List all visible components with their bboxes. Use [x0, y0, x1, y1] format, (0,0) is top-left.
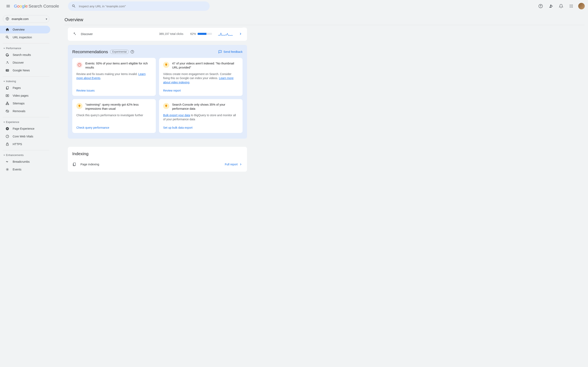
search-bar[interactable]	[68, 1, 210, 11]
recommendation-link[interactable]: Learn more about Events	[76, 72, 146, 80]
sidebar-item-removals[interactable]: Removals	[0, 107, 50, 115]
chevron-right-icon	[239, 162, 242, 166]
notifications-button[interactable]	[557, 2, 566, 11]
sidebar-item-label: Core Web Vitals	[13, 135, 33, 138]
sidebar-item-breadcrumbs[interactable]: Breadcrumbs	[0, 158, 50, 166]
sidebar-item-page-experience[interactable]: Page Experience	[0, 125, 50, 133]
recommendation-body: Bulk export your data to BigQuery to sto…	[163, 113, 238, 122]
experimental-badge: Experimental	[110, 50, 129, 54]
triangle-down-icon: ▾	[4, 121, 5, 123]
recommendation-link[interactable]: Bulk export your data	[163, 114, 190, 117]
recommendation-body: Check this query's performance to invest…	[76, 113, 152, 117]
sidebar-group-experience[interactable]: ▾Experience	[0, 119, 52, 125]
bell-icon	[559, 4, 563, 8]
svg-point-8	[570, 7, 571, 8]
sidebar-separator	[3, 43, 49, 43]
recommendations-title: Recommendations	[72, 49, 108, 54]
group-label: Enhancements	[6, 154, 24, 157]
sidebar-item-label: URL inspection	[13, 36, 32, 39]
apps-grid-icon	[569, 4, 573, 8]
svg-point-7	[572, 6, 573, 6]
full-report-label: Full report	[225, 163, 238, 166]
sidebar-item-label: Removals	[13, 109, 25, 113]
page-title: Overview	[65, 12, 585, 25]
sidebar-item-https[interactable]: HTTPS	[0, 140, 50, 148]
help-button[interactable]	[536, 2, 545, 11]
page-indexing-label: Page indexing	[80, 163, 99, 166]
sidebar-item-overview[interactable]: Overview	[0, 26, 50, 33]
svg-point-6	[571, 6, 571, 6]
feedback-label: Send feedback	[224, 50, 242, 53]
sidebar-item-label: Search results	[13, 53, 31, 57]
person-add-icon	[549, 4, 553, 8]
sidebar-separator	[3, 117, 49, 117]
svg-point-4	[572, 5, 573, 5]
full-report-link[interactable]: Full report	[225, 162, 242, 166]
apps-button[interactable]	[567, 2, 576, 11]
svg-point-10	[572, 7, 573, 8]
sidebar-item-video-pages[interactable]: Video pages	[0, 92, 50, 100]
recommendation-card[interactable]: Search Console only shows 35% of your pe…	[159, 99, 242, 133]
recommendation-action[interactable]: Check query performance	[76, 122, 152, 129]
recommendation-action[interactable]: Review report	[163, 84, 238, 92]
help-icon	[538, 4, 543, 8]
recommendations-grid: Events: 93% of your items aren't eligibl…	[72, 58, 242, 133]
sidebar-item-label: Video pages	[13, 94, 29, 97]
sitemap-icon	[5, 101, 10, 105]
sidebar-group-enhancements[interactable]: ▾Enhancements	[0, 152, 52, 158]
recommendation-body: Review and fix issues making your items …	[76, 72, 152, 80]
recommendation-card[interactable]: 47 of your videos aren't indexed: "No th…	[159, 58, 242, 96]
discover-row[interactable]: Discover 389,197 total clicks 62%	[68, 28, 247, 41]
sidebar-item-sitemaps[interactable]: Sitemaps	[0, 100, 50, 107]
discover-icon	[5, 61, 10, 64]
recommendation-action[interactable]: Set up bulk data export	[163, 122, 238, 129]
recommendation-action[interactable]: Review issues	[76, 84, 152, 92]
product-name: Search Console	[29, 4, 59, 8]
news-icon	[5, 68, 10, 72]
recommendation-card[interactable]: "swimming": query recently got 42% less …	[72, 99, 156, 133]
sidebar-group-indexing[interactable]: ▾Indexing	[0, 78, 52, 84]
menu-button[interactable]	[3, 1, 13, 11]
sidebar-item-discover[interactable]: Discover	[0, 59, 50, 67]
recommendations-header: Recommendations Experimental Send feedba…	[72, 49, 242, 54]
help-icon[interactable]	[130, 50, 134, 54]
breadcrumbs-icon	[5, 160, 10, 164]
plus-circle-icon	[5, 127, 10, 131]
sidebar-item-label: Google News	[13, 69, 30, 72]
header-actions	[536, 2, 585, 11]
google-logo-text: Google	[14, 4, 28, 8]
sidebar-separator	[3, 76, 49, 76]
page-indexing-row: Page indexing Full report	[72, 161, 242, 168]
search-input[interactable]	[79, 4, 206, 8]
group-label: Experience	[6, 120, 19, 124]
svg-rect-14	[7, 102, 8, 103]
sidebar-item-events[interactable]: Events	[0, 166, 50, 173]
chevron-right-icon	[238, 32, 242, 36]
property-name: example.com	[12, 17, 29, 21]
recommendation-title: Events: 93% of your items aren't eligibl…	[85, 62, 152, 69]
removals-icon	[5, 109, 10, 113]
svg-rect-16	[8, 104, 9, 105]
recommendation-card[interactable]: Events: 93% of your items aren't eligibl…	[72, 58, 156, 96]
indexing-title: Indexing	[72, 151, 242, 156]
send-feedback-link[interactable]: Send feedback	[218, 50, 242, 54]
sidebar-item-pages[interactable]: Pages	[0, 84, 50, 92]
sidebar-item-url-inspection[interactable]: URL inspection	[0, 33, 50, 41]
lightbulb-icon	[76, 103, 82, 109]
svg-point-20	[7, 169, 8, 170]
lightbulb-icon	[163, 62, 169, 68]
sidebar-group-performance[interactable]: ▾Performance	[0, 45, 52, 51]
people-button[interactable]	[546, 2, 555, 11]
events-icon	[5, 167, 10, 171]
account-avatar[interactable]	[578, 3, 585, 9]
sidebar-item-google-news[interactable]: Google News	[0, 67, 50, 74]
recommendation-title: "swimming": query recently got 42% less …	[85, 103, 152, 111]
sidebar-item-search-results[interactable]: Search results	[0, 51, 50, 59]
recommendation-link[interactable]: Learn more about video indexing	[163, 76, 233, 84]
sidebar: example.com ▾ Overview URL inspection ▾P…	[0, 12, 52, 367]
property-selector[interactable]: example.com ▾	[3, 15, 49, 23]
recommendation-body: Videos create more engagement on Search.…	[163, 72, 238, 84]
logo[interactable]: Google Search Console	[14, 4, 59, 8]
sidebar-item-label: Page Experience	[13, 127, 35, 130]
sidebar-item-core-web-vitals[interactable]: Core Web Vitals	[0, 133, 50, 140]
